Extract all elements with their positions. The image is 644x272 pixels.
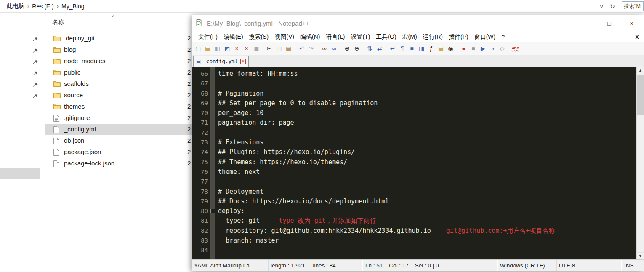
paste-button[interactable]: ▦ — [285, 45, 293, 53]
line-number: 77 — [192, 177, 208, 187]
new-file-button[interactable]: ▢ — [194, 45, 202, 53]
spell-check-button[interactable]: ABC — [511, 45, 519, 53]
line-number: 75 — [192, 157, 208, 167]
scroll-up-icon[interactable]: ▲ — [637, 67, 644, 74]
breadcrumb-item[interactable]: Res (E:) — [29, 2, 56, 11]
file-row[interactable]: scaffolds2 — [0, 78, 192, 90]
title-bar[interactable]: E:\My_Blog\_config.yml - Notepad++ – □ × — [192, 15, 644, 32]
menu-item[interactable]: 设置(T) — [348, 32, 373, 42]
file-row[interactable]: _config.yml2 — [0, 124, 192, 135]
macro-record-button[interactable]: ● — [460, 45, 468, 53]
find-button[interactable]: ∞ — [320, 45, 328, 53]
cut-button[interactable]: ✂ — [265, 45, 273, 53]
code-link[interactable]: https://hexo.io/themes/ — [260, 158, 347, 166]
close-all-icon: × — [245, 45, 248, 51]
chevron-down-icon[interactable]: ∨ — [596, 3, 607, 10]
refresh-icon[interactable]: ↻ — [607, 3, 618, 10]
breadcrumb-item[interactable]: My_Blog — [59, 2, 87, 11]
save-all-button[interactable]: ◩ — [223, 45, 231, 53]
menu-item[interactable]: 编辑(E) — [221, 32, 246, 42]
menu-item[interactable]: 工具(O) — [373, 32, 399, 42]
tab-config-yml[interactable]: ▣ _config.yml × — [193, 56, 249, 67]
macro-run-multiple-button[interactable]: » — [489, 45, 497, 53]
menu-item[interactable]: ? — [498, 33, 508, 41]
file-row[interactable]: package.json2 — [0, 147, 192, 158]
folder-as-workspace-button[interactable]: ▤ — [437, 45, 445, 53]
open-folder-icon: ▤ — [205, 45, 210, 51]
file-name: blog — [64, 46, 76, 53]
scrollbar-thumb[interactable] — [637, 75, 644, 115]
file-row[interactable]: db.json2 — [0, 135, 192, 147]
macro-save-button[interactable]: ◇ — [498, 45, 506, 53]
indent-guide-button[interactable]: ≡ — [408, 45, 416, 53]
monitoring-icon: ◉ — [448, 45, 453, 51]
macro-stop-button[interactable]: ■ — [469, 45, 477, 53]
file-row[interactable]: blog2 — [0, 44, 192, 56]
scroll-down-icon[interactable]: ▼ — [637, 252, 644, 259]
menu-item[interactable]: 编码(N) — [297, 32, 323, 42]
file-name: db.json — [64, 137, 84, 144]
pushpin-icon — [33, 59, 38, 66]
sync-horizontal-button[interactable]: ⇄ — [375, 45, 383, 53]
file-row[interactable]: .deploy_git2 — [0, 33, 192, 44]
monitoring-button[interactable]: ◉ — [447, 45, 455, 53]
close-button[interactable]: × — [622, 15, 641, 32]
macro-play-button[interactable]: ▶ — [479, 45, 487, 53]
save-button[interactable]: ◧ — [213, 45, 221, 53]
copy-button[interactable]: ◫ — [275, 45, 283, 53]
breadcrumb-item[interactable]: 此电脑 — [4, 1, 27, 11]
editor-area[interactable]: 66time_format: HH:mm:ss6768# Pagination6… — [192, 67, 644, 259]
menu-item[interactable]: 语言(L) — [323, 32, 348, 42]
replace-button[interactable]: ∞ — [330, 45, 338, 53]
toolbar-separator — [620, 2, 620, 11]
zoom-in-button[interactable]: ⊕ — [343, 45, 351, 53]
menu-item[interactable]: 窗口(W) — [471, 32, 499, 42]
nav-pane-selection — [0, 168, 40, 179]
fold-toggle-icon[interactable]: − — [210, 209, 215, 213]
code-text: # Extensions — [218, 139, 263, 146]
column-header-name[interactable]: 名称 — [52, 19, 64, 26]
file-row[interactable]: themes2 — [0, 101, 192, 112]
menu-item[interactable]: 文件(F) — [195, 32, 221, 42]
sync-vertical-button[interactable]: ⇅ — [366, 45, 374, 53]
search-input[interactable]: 搜索"M — [622, 1, 644, 11]
function-list-button[interactable]: ƒ — [427, 45, 435, 53]
redo-button[interactable]: ↷ — [307, 45, 315, 53]
open-folder-button[interactable]: ▤ — [204, 45, 212, 53]
document-map-button[interactable]: ◨ — [418, 45, 426, 53]
close-file-button[interactable]: × — [233, 45, 241, 53]
zoom-out-button[interactable]: ⊖ — [353, 45, 361, 53]
word-wrap-button[interactable]: ↩ — [389, 45, 397, 53]
minimize-button[interactable]: – — [577, 15, 597, 32]
menu-item[interactable]: 视图(V) — [271, 32, 297, 42]
file-row[interactable]: .gitignore2 — [0, 112, 192, 124]
file-name: package-lock.json — [64, 160, 114, 167]
vertical-scrollbar[interactable]: ▲ ▼ — [636, 67, 644, 259]
print-button[interactable]: ▥ — [252, 45, 260, 53]
code-line: 81 type: git type 改为 git，并添加如下两行 — [192, 216, 636, 226]
undo-button[interactable]: ↶ — [298, 45, 306, 53]
file-row[interactable]: public2 — [0, 67, 192, 78]
menu-close-icon[interactable]: X — [635, 34, 639, 40]
menu-item[interactable]: 插件(P) — [446, 32, 471, 42]
maximize-button[interactable]: □ — [599, 15, 619, 32]
close-all-button[interactable]: × — [242, 45, 250, 53]
code-line: 75## Themes: https://hexo.io/themes/ — [192, 157, 636, 167]
status-eol-format: Windows (CR LF) — [498, 260, 557, 271]
show-all-characters-button[interactable]: ¶ — [398, 45, 406, 53]
line-number: 79 — [192, 197, 208, 206]
code-lines[interactable]: 66time_format: HH:mm:ss6768# Pagination6… — [192, 69, 636, 256]
code-link[interactable]: https://hexo.io/docs/deployment.html — [252, 197, 389, 205]
menu-item[interactable]: 宏(M) — [399, 32, 420, 42]
file-row[interactable]: source2 — [0, 90, 192, 101]
sort-direction-indicator[interactable]: ^ — [112, 14, 114, 20]
tab-close-icon[interactable]: × — [240, 59, 246, 64]
file-name: .deploy_git — [64, 35, 95, 42]
code-link[interactable]: https://hexo.io/plugins/ — [263, 148, 355, 156]
code-text: # Deployment — [218, 188, 263, 195]
file-name: scaffolds — [64, 80, 89, 87]
file-row[interactable]: node_modules2 — [0, 56, 192, 67]
line-number: 83 — [192, 236, 208, 245]
menu-item[interactable]: 搜索(S) — [246, 32, 272, 42]
menu-item[interactable]: 运行(R) — [420, 32, 446, 42]
